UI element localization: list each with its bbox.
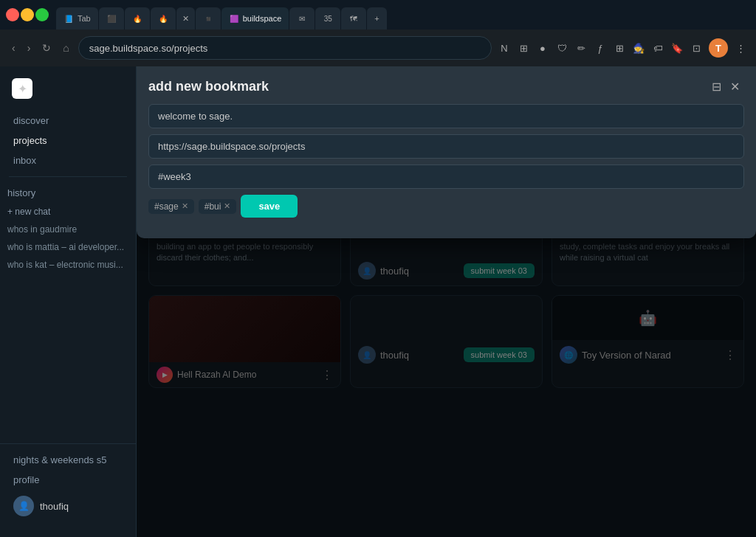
sidebar-item-nights[interactable]: nights & weekends s5 — [6, 450, 130, 470]
sidebar-chat-item-1[interactable]: whos in gaudmire — [0, 221, 136, 238]
ext-pokeball[interactable]: ● — [536, 41, 549, 55]
tab-item[interactable]: ✉ — [289, 7, 315, 30]
tab-item-active[interactable]: 🟪buildspace — [221, 7, 289, 30]
menu-icon[interactable]: ⋮ — [734, 41, 747, 55]
ext-windows[interactable]: ⊞ — [517, 41, 530, 55]
sidebar-new-chat[interactable]: + new chat — [0, 203, 136, 221]
browser-chrome: 📘Tab ⬛ 🔥 🔥 ✕ ◾ 🟪buildspace ✉ 35 🗺 + ‹ › … — [0, 0, 756, 66]
sidebar-item-history[interactable]: history — [0, 183, 136, 203]
bookmark-tag-bui: #bui ✕ — [199, 199, 237, 214]
app-container: ✦ discover projects inbox history + new … — [0, 66, 756, 537]
ext-notion[interactable]: N — [498, 41, 511, 55]
home-button[interactable]: ⌂ — [60, 39, 72, 57]
tab-favicon: ⬛ — [106, 13, 117, 24]
bookmark-split-button[interactable]: ⊟ — [707, 78, 726, 95]
bookmark-icon[interactable]: 🔖 — [670, 41, 684, 55]
tag-remove-sage[interactable]: ✕ — [182, 201, 188, 211]
ext-char[interactable]: 🧙 — [632, 41, 645, 55]
tab-favicon: 35 — [323, 13, 333, 24]
tab-item-close[interactable]: ✕ — [176, 7, 195, 30]
sidebar: ✦ discover projects inbox history + new … — [0, 66, 137, 537]
user-avatar: 👤 — [13, 496, 34, 516]
tag-remove-bui[interactable]: ✕ — [224, 201, 230, 211]
tab-favicon: 🔥 — [158, 13, 168, 24]
tag-label-bui: #bui — [205, 201, 221, 212]
bookmark-name-input[interactable] — [148, 104, 744, 128]
sidebar-chat-item-3[interactable]: who is kat – electronic musi... — [0, 256, 136, 274]
sidebar-item-inbox[interactable]: inbox — [6, 150, 130, 170]
sidebar-nav: discover projects inbox — [0, 111, 136, 170]
ext-tag[interactable]: 🏷 — [651, 41, 664, 55]
tab-favicon: 📘 — [63, 13, 74, 24]
back-button[interactable]: ‹ — [9, 39, 18, 57]
new-tab-button[interactable]: + — [367, 7, 386, 30]
bookmark-tag-sage: #sage ✕ — [148, 199, 194, 214]
bookmark-url-input[interactable] — [148, 134, 744, 159]
sidebar-item-profile[interactable]: profile — [6, 470, 130, 490]
window-close-button[interactable] — [6, 8, 19, 21]
main-content: add new bookmark ⊟ ✕ #sage ✕ #bui ✕ save… — [137, 66, 756, 537]
logo-icon: ✦ — [12, 78, 32, 99]
sidebar-chat-item-2[interactable]: who is mattia – ai developer... — [0, 238, 136, 256]
tab-item[interactable]: ⬛ — [99, 7, 124, 30]
address-input[interactable] — [78, 36, 492, 60]
tab-favicon: ✉ — [297, 13, 307, 24]
tab-favicon: ◾ — [203, 13, 213, 24]
ext-f[interactable]: ƒ — [594, 41, 607, 55]
sidebar-bottom: nights & weekends s5 profile 👤 thoufiq — [0, 443, 136, 528]
browser-extensions: N ⊞ ● 🛡 ✏ ƒ ⊞ 🧙 🏷 🔖 ⊡ T ⋮ — [498, 38, 747, 58]
sidebar-divider — [9, 176, 127, 177]
window-minimize-button[interactable] — [21, 8, 34, 21]
tab-item[interactable]: 🗺 — [341, 7, 366, 30]
ext-shield[interactable]: 🛡 — [555, 41, 568, 55]
bookmark-tag-input[interactable] — [148, 164, 744, 189]
sidebar-logo: ✦ — [0, 75, 136, 111]
tab-favicon: 🔥 — [132, 13, 142, 24]
bookmark-header: add new bookmark ⊟ ✕ — [148, 78, 744, 95]
forward-button[interactable]: › — [24, 39, 34, 57]
tabs-area: 📘Tab ⬛ 🔥 🔥 ✕ ◾ 🟪buildspace ✉ 35 🗺 + — [50, 0, 750, 30]
sidebar-item-projects[interactable]: projects — [6, 131, 130, 150]
tab-item[interactable]: 🔥 — [125, 7, 150, 30]
bookmark-modal: add new bookmark ⊟ ✕ #sage ✕ #bui ✕ save — [137, 66, 756, 238]
address-bar-row: ‹ › ↻ ⌂ N ⊞ ● 🛡 ✏ ƒ ⊞ 🧙 🏷 🔖 ⊡ T ⋮ — [0, 30, 756, 66]
bookmark-title: add new bookmark — [148, 79, 707, 94]
user-name: thoufiq — [40, 501, 69, 512]
sidebar-item-discover[interactable]: discover — [6, 111, 130, 131]
reload-button[interactable]: ↻ — [39, 39, 54, 57]
tab-favicon: 🗺 — [348, 13, 359, 24]
window-maximize-button[interactable] — [35, 8, 49, 21]
tag-label-sage: #sage — [154, 201, 179, 212]
bookmark-save-button[interactable]: save — [241, 195, 298, 218]
ext-pen[interactable]: ✏ — [574, 41, 588, 55]
tab-item[interactable]: ◾ — [196, 7, 221, 30]
bookmark-tags-row: #sage ✕ #bui ✕ save — [148, 195, 744, 218]
tab-favicon: 🟪 — [229, 13, 239, 24]
ext-grid[interactable]: ⊞ — [613, 41, 626, 55]
tab-item[interactable]: 📘Tab — [56, 7, 98, 30]
user-row[interactable]: 👤 thoufiq — [6, 490, 130, 522]
tab-bar: 📘Tab ⬛ 🔥 🔥 ✕ ◾ 🟪buildspace ✉ 35 🗺 + — [0, 0, 756, 30]
tab-item[interactable]: 🔥 — [151, 7, 176, 30]
bookmark-close-button[interactable]: ✕ — [726, 78, 744, 95]
profile-avatar[interactable]: T — [709, 38, 728, 58]
extensions-icon[interactable]: ⊡ — [690, 41, 703, 55]
tab-item[interactable]: 35 — [315, 7, 340, 30]
